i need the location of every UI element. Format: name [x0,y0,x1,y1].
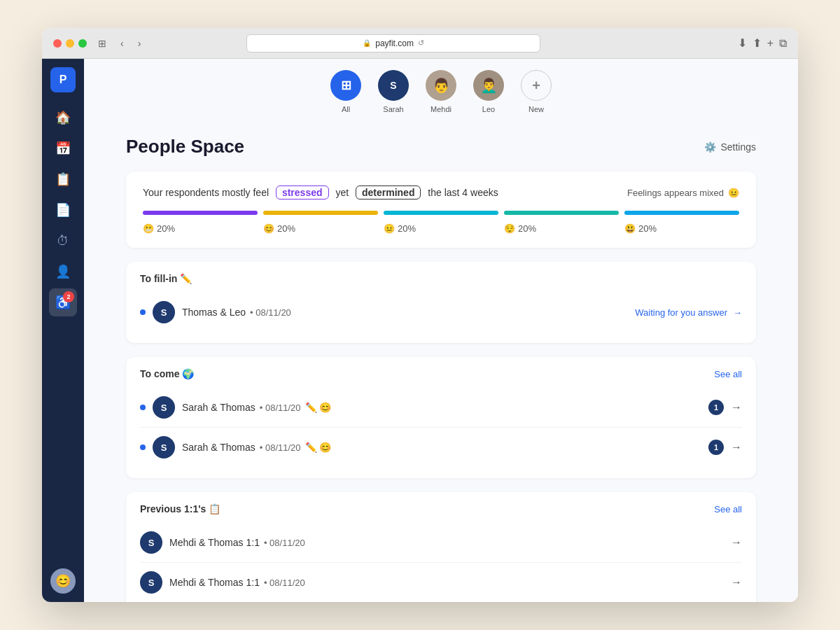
list-icon: 📋 [55,172,71,187]
sidebar-item-document[interactable]: 📄 [49,196,77,224]
to-fill-in-header: To fill-in ✏️ [140,273,742,284]
arrow-icon-tc-1[interactable]: → [731,441,742,454]
progress-bar-teal [504,211,619,215]
feelings-prefix: Your respondents mostly feel [143,187,269,198]
list-date-0: • 08/11/20 [250,307,291,318]
sidebar-item-people[interactable]: 👤 [49,258,77,286]
sidebar: P 🏠 📅 📋 📄 ⏱ 👤 ♿ 2 [42,59,84,602]
pct-emoji-3: 😌 [504,223,515,234]
pct-emoji-0: 😬 [143,223,154,234]
sidebar-item-list[interactable]: 📋 [49,165,77,193]
pct-item-0: 😬 20% [143,223,258,234]
progress-bar-cyan [384,211,498,215]
list-icons-tc-1: ✏️ 😊 [305,442,332,453]
profile-avatar-mehdi: 👨 [426,70,456,101]
previous-item-1[interactable]: S Mehdi & Thomas 1:1 • 08/11/20 → [140,563,742,602]
list-date-prev-0: • 08/11/20 [264,538,305,548]
pct-emoji-1: 😊 [263,223,274,234]
pct-item-2: 😐 20% [384,223,498,234]
to-come-see-all[interactable]: See all [714,369,742,379]
pct-emoji-2: 😐 [384,223,395,234]
app-logo[interactable]: P [50,67,76,92]
traffic-light-red[interactable] [53,39,62,48]
arrow-icon-tc-0[interactable]: → [731,401,742,414]
list-avatar-prev-0: S [140,531,162,554]
list-info-prev-0: Mehdi & Thomas 1:1 • 08/11/20 [169,537,724,548]
pct-emoji-4: 😃 [624,223,636,234]
feelings-card: Your respondents mostly feel stressed ye… [126,172,756,248]
arrow-right-icon-0: → [733,307,742,318]
list-date-tc-0: • 08/11/20 [260,402,301,413]
feelings-mixed: Feelings appears mixed 😐 [627,188,739,198]
sidebar-item-timer[interactable]: ⏱ [49,227,77,255]
profile-tab-new[interactable]: + New [521,70,552,113]
profile-tab-mehdi[interactable]: 👨 Mehdi [426,70,456,113]
list-action-0[interactable]: Waiting for you answer → [635,307,742,318]
sidebar-item-calendar[interactable]: 📅 [49,134,77,162]
settings-label: Settings [720,141,756,153]
list-dot-tc-0 [140,405,146,410]
pct-value-3: 20% [518,223,536,234]
sidebar-badge: 2 [63,291,74,302]
list-info-tc-1: Sarah & Thomas • 08/11/20 ✏️ 😊 [182,442,701,453]
previous-item-0[interactable]: S Mehdi & Thomas 1:1 • 08/11/20 → [140,523,742,563]
nav-forward-button[interactable]: › [135,36,144,50]
gear-icon: ⚙️ [704,141,716,153]
arrow-icon-prev-0[interactable]: → [731,536,742,549]
profile-tab-all[interactable]: ⊞ All [330,70,361,113]
list-name-prev-0: Mehdi & Thomas 1:1 [169,537,260,548]
feelings-percentages: 😬 20% 😊 20% 😐 20% 😌 [143,223,739,234]
list-info-0: Thomas & Leo • 08/11/20 [182,307,628,318]
traffic-light-yellow[interactable] [66,39,74,48]
nav-back-button[interactable]: ‹ [118,36,127,50]
pct-value-2: 20% [398,223,416,234]
app-layout: P 🏠 📅 📋 📄 ⏱ 👤 ♿ 2 [42,59,798,602]
profile-tab-sarah[interactable]: S Sarah [378,70,409,113]
traffic-light-green[interactable] [78,39,87,48]
feelings-text: Your respondents mostly feel stressed ye… [143,186,498,200]
pct-value-1: 20% [277,223,295,234]
sidebar-item-home[interactable]: 🏠 [49,104,77,132]
to-come-header: To come 🌍 See all [140,368,742,379]
user-avatar-sidebar[interactable]: 😊 [50,568,76,594]
feelings-mixed-label: Feelings appears mixed [627,188,724,198]
browser-actions: ⬇ ⬆ + ⧉ [738,36,787,50]
to-come-item-1[interactable]: S Sarah & Thomas • 08/11/20 ✏️ 😊 1 → [140,428,742,467]
to-come-section: To come 🌍 See all S Sarah & Thomas • 08/… [126,357,756,478]
feelings-tag-determined: determined [356,186,421,200]
profile-avatar-all: ⊞ [330,70,361,101]
home-icon: 🏠 [55,110,71,125]
arrow-icon-prev-1[interactable]: → [731,576,742,589]
list-dot-0 [140,309,146,315]
list-name-prev-1: Mehdi & Thomas 1:1 [169,577,260,588]
main-content: ⊞ All S Sarah 👨 Mehdi 👨‍🦱 Leo + New [84,59,798,602]
traffic-lights [53,39,87,48]
list-info-prev-1: Mehdi & Thomas 1:1 • 08/11/20 [169,577,724,588]
list-avatar-tc-0: S [153,396,175,419]
user-avatar-icon: 😊 [55,573,71,589]
previous-ones-see-all[interactable]: See all [714,504,742,514]
pct-value-4: 20% [638,223,657,234]
sidebar-toggle-button[interactable]: ⊞ [95,36,109,50]
list-name-tc-1: Sarah & Thomas [182,442,255,453]
profile-tab-leo[interactable]: 👨‍🦱 Leo [473,70,504,113]
profile-avatar-leo: 👨‍🦱 [473,70,504,101]
new-tab-button[interactable]: + [767,36,774,50]
profile-avatar-add: + [521,70,552,101]
share-button[interactable]: ⬆ [752,36,762,50]
address-bar[interactable]: 🔒 payfit.com ↺ [246,34,540,52]
profile-tabs: ⊞ All S Sarah 👨 Mehdi 👨‍🦱 Leo + New [84,59,798,122]
page-content: People Space ⚙️ Settings Your respondent… [84,122,798,602]
sidebar-item-accessibility[interactable]: ♿ 2 [49,288,77,316]
download-button[interactable]: ⬇ [738,36,747,50]
list-date-tc-1: • 08/11/20 [260,442,301,453]
feelings-suffix: the last 4 weeks [428,187,498,198]
to-fill-in-item-0[interactable]: S Thomas & Leo • 08/11/20 Waiting for yo… [140,293,742,332]
people-icon: 👤 [55,264,71,279]
settings-button[interactable]: ⚙️ Settings [704,141,756,153]
list-avatar-prev-1: S [140,571,162,594]
previous-ones-title: Previous 1:1's 📋 [140,503,220,514]
to-come-item-0[interactable]: S Sarah & Thomas • 08/11/20 ✏️ 😊 1 → [140,388,742,428]
tabs-button[interactable]: ⧉ [779,36,787,50]
progress-bar-purple [143,211,258,215]
